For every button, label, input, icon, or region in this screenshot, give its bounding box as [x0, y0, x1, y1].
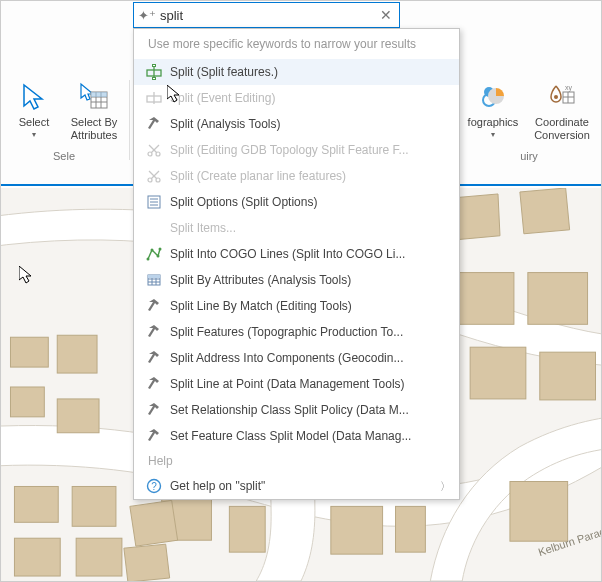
hammer-icon	[144, 376, 164, 392]
svg-rect-33	[396, 506, 426, 552]
svg-rect-20	[14, 486, 58, 522]
svg-rect-19	[57, 399, 99, 433]
search-results-dropdown: Use more specific keywords to narrow you…	[133, 28, 460, 500]
get-help-item[interactable]: ? Get help on "split" 〉	[134, 473, 459, 499]
svg-rect-21	[72, 486, 116, 526]
chevron-right-icon: 〉	[440, 479, 451, 494]
search-hint: Use more specific keywords to narrow you…	[134, 29, 459, 59]
select-by-attributes-icon	[79, 80, 109, 114]
svg-rect-17	[10, 387, 44, 417]
table-icon	[144, 272, 164, 288]
split-event-icon	[144, 90, 164, 106]
svg-point-10	[554, 95, 558, 99]
svg-rect-16	[10, 337, 48, 367]
svg-rect-34	[456, 273, 514, 325]
search-result-label: Split (Create planar line features)	[170, 169, 346, 183]
svg-rect-38	[510, 482, 568, 542]
options-icon	[144, 194, 164, 210]
search-result-item[interactable]: Split By Attributes (Analysis Tools)	[134, 267, 459, 293]
chevron-down-icon: ▾	[32, 130, 36, 139]
infographics-button[interactable]: fographics ▾	[460, 76, 526, 144]
search-result-label: Split Features (Topographic Production T…	[170, 325, 403, 339]
hammer-icon	[144, 116, 164, 132]
separator	[129, 80, 130, 160]
cogo-icon	[144, 246, 164, 262]
command-search-input[interactable]	[160, 8, 377, 23]
search-result-label: Split By Attributes (Analysis Tools)	[170, 273, 351, 287]
ribbon-group-inquiry: fographics ▾ xy Coordinate Conversion	[457, 76, 601, 178]
clear-search-icon[interactable]: ✕	[377, 7, 395, 23]
search-result-label: Set Relationship Class Split Policy (Dat…	[170, 403, 409, 417]
svg-text:xy: xy	[565, 84, 573, 92]
search-result-item[interactable]: Split Line By Match (Editing Tools)	[134, 293, 459, 319]
search-result-item[interactable]: Set Relationship Class Split Policy (Dat…	[134, 397, 459, 423]
svg-point-61	[151, 249, 154, 252]
search-result-label: Split Items...	[170, 221, 236, 235]
ribbon-group-selection: Select ▾ Select By Attributes	[1, 76, 127, 178]
search-result-item[interactable]: Split Options (Split Options)	[134, 189, 459, 215]
search-result-item: Split Items...	[134, 215, 459, 241]
chevron-down-icon: ▾	[491, 130, 495, 139]
svg-rect-36	[470, 347, 526, 399]
search-result-item[interactable]: Split Address Into Components (Geocodin.…	[134, 345, 459, 371]
help-icon: ?	[144, 478, 164, 494]
hammer-icon	[144, 428, 164, 444]
svg-marker-40	[520, 188, 570, 234]
svg-rect-69	[148, 275, 160, 278]
hammer-icon	[144, 324, 164, 340]
svg-rect-37	[540, 352, 596, 400]
split-feature-icon	[144, 64, 164, 80]
svg-point-62	[157, 255, 160, 258]
hammer-icon	[144, 402, 164, 418]
coordinate-conversion-icon: xy	[547, 80, 577, 114]
search-result-label: Split Line at Point (Data Management Too…	[170, 377, 405, 391]
svg-rect-22	[14, 538, 60, 576]
search-result-item: Split (Event Editing)	[134, 85, 459, 111]
search-result-item[interactable]: Split Into COGO Lines (Split Into COGO L…	[134, 241, 459, 267]
search-result-label: Split Address Into Components (Geocodin.…	[170, 351, 403, 365]
svg-rect-32	[331, 506, 383, 554]
command-search-box[interactable]: ✦⁺ ✕	[133, 2, 400, 28]
search-result-label: Split (Event Editing)	[170, 91, 275, 105]
search-result-item: Split (Editing GDB Topology Split Featur…	[134, 137, 459, 163]
search-result-label: Split (Split features.)	[170, 65, 278, 79]
select-by-attributes-button[interactable]: Select By Attributes	[64, 76, 124, 144]
search-result-label: Split (Editing GDB Topology Split Featur…	[170, 143, 409, 157]
search-result-label: Split (Analysis Tools)	[170, 117, 280, 131]
search-result-label: Split Line By Match (Editing Tools)	[170, 299, 352, 313]
search-result-item[interactable]: Set Feature Class Split Model (Data Mana…	[134, 423, 459, 449]
search-result-item[interactable]: Split Features (Topographic Production T…	[134, 319, 459, 345]
search-result-item[interactable]: Split (Analysis Tools)	[134, 111, 459, 137]
search-result-label: Split Options (Split Options)	[170, 195, 317, 209]
svg-point-63	[159, 248, 162, 251]
scissors-icon	[144, 168, 164, 184]
svg-rect-23	[76, 538, 122, 576]
svg-rect-45	[153, 78, 156, 80]
svg-point-60	[147, 258, 150, 261]
svg-rect-27	[229, 506, 265, 552]
select-button[interactable]: Select ▾	[4, 76, 64, 144]
group-label-selection: Sele	[53, 144, 75, 162]
search-result-item[interactable]: Split (Split features.)	[134, 59, 459, 85]
scissors-icon	[144, 142, 164, 158]
coordinate-conversion-button[interactable]: xy Coordinate Conversion	[526, 76, 598, 144]
select-icon	[19, 80, 49, 114]
svg-text:?: ?	[151, 481, 157, 492]
hammer-icon	[144, 350, 164, 366]
svg-rect-18	[57, 335, 97, 373]
svg-rect-44	[153, 65, 156, 67]
search-result-label: Split Into COGO Lines (Split Into COGO L…	[170, 247, 405, 261]
svg-rect-7	[91, 92, 107, 97]
search-result-item[interactable]: Split Line at Point (Data Management Too…	[134, 371, 459, 397]
group-label-inquiry: uiry	[520, 144, 538, 162]
hammer-icon	[144, 298, 164, 314]
svg-rect-35	[528, 273, 588, 325]
search-result-label: Set Feature Class Split Model (Data Mana…	[170, 429, 411, 443]
help-heading: Help	[134, 449, 459, 473]
svg-marker-0	[24, 85, 42, 109]
search-result-item: Split (Create planar line features)	[134, 163, 459, 189]
sparkle-search-icon: ✦⁺	[138, 8, 156, 23]
infographics-icon	[478, 80, 508, 114]
